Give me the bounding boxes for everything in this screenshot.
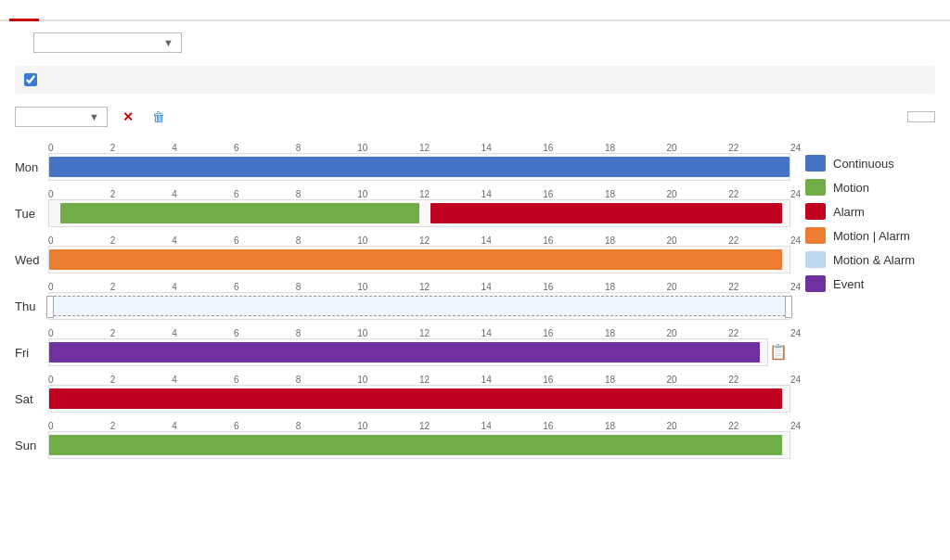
legend-color-swatch — [805, 155, 826, 172]
day-label: Fri — [15, 346, 48, 360]
legend-item-label: Motion & Alarm — [833, 253, 915, 267]
motion-dropdown-arrow: ▼ — [89, 111, 99, 122]
schedule-bar[interactable] — [49, 249, 782, 270]
schedule-bar[interactable] — [49, 342, 760, 363]
schedule-bar[interactable] — [60, 203, 419, 223]
delete-all-button[interactable]: 🗑 — [152, 109, 169, 124]
tab-capture[interactable] — [39, 0, 69, 21]
schedule-bar[interactable] — [49, 157, 790, 177]
enable-row — [15, 66, 935, 94]
app-container: ▼ ▼ ✕ 🗑 024681012 — [0, 0, 950, 560]
legend-color-swatch — [805, 227, 826, 244]
day-row: Sat — [15, 385, 790, 413]
tab-bar — [0, 0, 950, 21]
legend-color-swatch — [805, 275, 826, 292]
main-content: ▼ ▼ ✕ 🗑 024681012 — [0, 21, 950, 560]
tick-row: 024681012141618202224 — [48, 414, 790, 431]
legend-item-label: Event — [833, 277, 864, 291]
legend-item-label: Alarm — [833, 205, 865, 219]
toolbar: ▼ ✕ 🗑 — [15, 107, 935, 127]
schedule-area: 024681012141618202224Mon0246810121416182… — [15, 136, 935, 549]
day-timeline[interactable] — [48, 246, 790, 274]
day-timeline[interactable] — [48, 431, 790, 459]
day-row: Thu — [15, 292, 790, 320]
day-timeline[interactable]: 📋 — [48, 338, 768, 366]
enable-checkbox[interactable] — [24, 73, 37, 86]
legend-item-label: Motion — [833, 181, 869, 195]
day-timeline[interactable] — [48, 153, 790, 181]
legend-color-swatch — [805, 203, 826, 220]
schedule-bar[interactable] — [49, 388, 782, 409]
channel-row: ▼ — [15, 32, 935, 53]
tick-row: 024681012141618202224 — [48, 275, 790, 292]
trash-icon: 🗑 — [152, 109, 165, 124]
day-row: Wed — [15, 246, 790, 274]
day-label: Tue — [15, 207, 48, 221]
copy-button[interactable]: 📋 — [769, 343, 788, 361]
channel-dropdown-arrow: ▼ — [163, 37, 173, 48]
day-label: Sat — [15, 392, 48, 406]
legend-item: Motion & Alarm — [805, 251, 935, 268]
tick-row: 024681012141618202224 — [48, 136, 790, 153]
day-row: Fri📋 — [15, 338, 790, 366]
tab-record-schedule[interactable] — [9, 0, 39, 21]
schedule-bar[interactable] — [430, 203, 782, 223]
motion-type-select[interactable]: ▼ — [15, 107, 108, 127]
legend-item: Continuous — [805, 155, 935, 172]
legend-item-label: Continuous — [833, 157, 894, 171]
legend-item: Alarm — [805, 203, 935, 220]
tick-row: 024681012141618202224 — [48, 322, 790, 338]
delete-button[interactable]: ✕ — [122, 109, 137, 124]
day-row: Tue — [15, 199, 790, 227]
schedule-bar[interactable] — [49, 296, 790, 316]
day-row: Sun — [15, 431, 790, 459]
day-timeline[interactable] — [48, 385, 790, 413]
day-row: Mon — [15, 153, 790, 181]
day-label: Wed — [15, 253, 48, 267]
day-label: Thu — [15, 299, 48, 313]
legend: ContinuousMotionAlarmMotion | AlarmMotio… — [805, 136, 935, 549]
tick-row: 024681012141618202224 — [48, 229, 790, 246]
day-timeline[interactable] — [48, 292, 790, 320]
tick-row: 024681012141618202224 — [48, 183, 790, 199]
legend-color-swatch — [805, 179, 826, 196]
schedule-bar[interactable] — [49, 435, 782, 455]
bar-handle-right[interactable] — [785, 296, 792, 318]
delete-x-icon: ✕ — [122, 109, 134, 124]
legend-item-label: Motion | Alarm — [833, 229, 910, 243]
legend-item: Motion | Alarm — [805, 227, 935, 244]
day-timeline[interactable] — [48, 199, 790, 227]
day-label: Sun — [15, 439, 48, 452]
advanced-button[interactable] — [907, 111, 935, 122]
legend-item: Motion — [805, 179, 935, 196]
tick-row: 024681012141618202224 — [48, 368, 790, 385]
legend-color-swatch — [805, 251, 826, 268]
schedule-grid: 024681012141618202224Mon0246810121416182… — [15, 136, 790, 549]
day-label: Mon — [15, 160, 48, 174]
channel-select[interactable]: ▼ — [33, 32, 182, 53]
legend-item: Event — [805, 275, 935, 292]
bar-handle-left[interactable] — [46, 296, 54, 318]
